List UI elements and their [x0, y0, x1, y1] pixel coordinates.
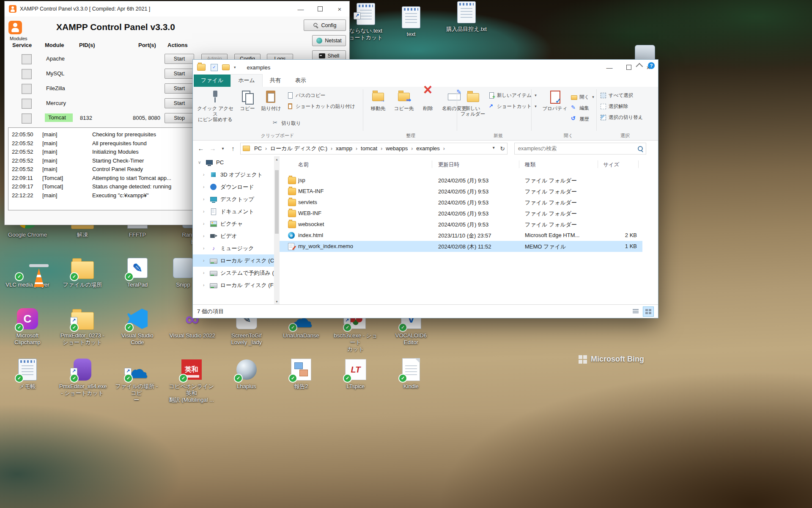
breadcrumb-segment[interactable]: tomcat — [359, 144, 379, 152]
copy-to-button[interactable]: ⇒ コピー先 — [392, 89, 416, 111]
desktop-icon-kounyuu-hikae[interactable]: 購入品目控え.txt — [443, 1, 490, 33]
desktop-icon-lhaplus[interactable]: ✓Lhaplus — [223, 358, 270, 390]
file-row[interactable]: jsp2024/02/05 (月) 9:53ファイル フォルダー — [280, 175, 642, 186]
select-none-button[interactable]: 選択解除 — [600, 103, 628, 110]
new-folder-button[interactable]: 新しい フォルダー — [459, 89, 486, 117]
breadcrumb-segment[interactable]: xampp — [334, 144, 354, 152]
help-icon[interactable]: ? — [648, 62, 655, 69]
nav-item[interactable]: ∨PC — [193, 156, 280, 168]
forward-button[interactable]: → — [208, 145, 217, 152]
qat-dropdown-icon[interactable]: ▾ — [234, 65, 236, 69]
open-button[interactable]: 開く ▾ — [571, 94, 594, 100]
mysql-action-button[interactable]: Start — [165, 69, 194, 79]
desktop-icon-microsoft-clipchamp[interactable]: C✓MicrosoftClipchamp — [4, 307, 51, 346]
qat-properties-icon[interactable]: ✓ — [211, 64, 218, 71]
desktop-icon-kindle[interactable]: ✓Kindle — [388, 358, 434, 390]
nav-item[interactable]: ›ピクチャ — [193, 218, 280, 230]
nav-item[interactable]: ›♪ミュージック — [193, 242, 280, 254]
desktop-icon-memo-chou[interactable]: ✓メモ帳 — [4, 358, 51, 390]
expand-chevron-icon[interactable]: › — [203, 283, 204, 287]
config-button[interactable]: Config — [304, 19, 346, 31]
nav-item[interactable]: ›ビデオ — [193, 230, 280, 242]
search-input[interactable] — [517, 145, 637, 152]
expand-chevron-icon[interactable]: › — [203, 197, 204, 202]
netstat-button[interactable]: Netstat — [312, 35, 346, 46]
copy-button[interactable]: コピー — [236, 89, 259, 111]
recent-locations-icon[interactable]: ▾ — [220, 146, 226, 151]
refresh-icon[interactable]: ↻ — [500, 145, 505, 152]
desktop-icon-ltspice[interactable]: LT✓LTspice — [332, 358, 379, 390]
ribbon-tab[interactable]: ファイル — [194, 75, 230, 87]
service-checkbox[interactable] — [22, 69, 32, 79]
breadcrumb-segment[interactable]: webapps — [384, 144, 410, 152]
cut-button[interactable]: 切り取り — [272, 120, 301, 127]
nav-item[interactable]: ›ドキュメント — [193, 205, 280, 218]
xampp-titlebar[interactable]: XAMPP Control Panel v3.3.0 [ Compiled: A… — [5, 1, 349, 17]
details-view-button[interactable] — [630, 306, 641, 317]
desktop-icon-pmxeditor-x64[interactable]: ↗✓PmxEditor_x64.exe- ショートカット — [59, 358, 106, 397]
service-checkbox[interactable] — [22, 54, 32, 64]
ribbon-tab[interactable]: ホーム — [230, 74, 263, 87]
search-box[interactable] — [514, 143, 646, 155]
file-row[interactable]: servlets2024/02/05 (月) 9:53ファイル フォルダー — [280, 197, 642, 208]
xampp-close-button[interactable]: × — [330, 1, 349, 17]
xampp-minimize-button[interactable]: — — [291, 1, 310, 17]
column-header-name[interactable]: 名前 — [298, 161, 309, 168]
desktop-icon-terapad[interactable]: ✎✓TeraPad — [114, 257, 161, 288]
nav-item[interactable]: ›ローカル ディスク (C:) — [193, 254, 280, 267]
nav-item[interactable]: ›3D オブジェクト — [193, 168, 280, 181]
expand-chevron-icon[interactable]: › — [203, 221, 204, 226]
column-header-date[interactable]: 更新日時 — [438, 161, 459, 168]
service-checkbox[interactable] — [22, 99, 32, 109]
tomcat-action-button[interactable]: Stop — [165, 113, 194, 123]
desktop-icon-houkoku2[interactable]: ✓報告2 — [278, 358, 324, 390]
desktop-icon-pmxeditor-0273[interactable]: ↗✓PmxEditor_0273 -ショートカット — [59, 307, 106, 346]
expand-chevron-icon[interactable]: › — [203, 185, 204, 189]
expand-chevron-icon[interactable]: › — [203, 234, 204, 238]
file-row[interactable]: my_work_index.memo2024/02/08 (木) 11:52ME… — [280, 241, 642, 252]
breadcrumb[interactable]: PC›ローカル ディスク (C:)›xampp›tomcat›webapps›e… — [240, 143, 508, 155]
column-header-size[interactable]: サイズ — [603, 161, 619, 168]
mercury-action-button[interactable]: Start — [165, 98, 194, 108]
file-row[interactable]: eindex.html2023/11/10 (金) 23:57Microsoft… — [280, 230, 642, 241]
scroll-up-icon[interactable]: ▲ — [275, 156, 278, 163]
qat-new-folder-icon[interactable] — [222, 64, 230, 70]
column-header-type[interactable]: 種類 — [525, 161, 535, 168]
expand-chevron-icon[interactable]: › — [203, 246, 204, 251]
delete-button[interactable]: 削除 — [417, 89, 439, 111]
move-to-button[interactable]: → 移動先 — [365, 89, 391, 111]
expand-chevron-icon[interactable]: › — [203, 258, 204, 263]
expand-chevron-icon[interactable]: › — [203, 172, 204, 177]
shortcut-button[interactable]: ショートカット ▾ — [488, 103, 537, 110]
nav-item[interactable]: ›デスクトップ — [193, 193, 280, 205]
filezilla-action-button[interactable]: Start — [165, 83, 194, 94]
breadcrumb-segment[interactable]: PC — [252, 144, 264, 152]
xampp-maximize-button[interactable] — [310, 1, 330, 17]
large-icons-view-button[interactable] — [643, 306, 654, 317]
edit-button[interactable]: 編集 — [571, 105, 589, 111]
scroll-down-icon[interactable]: ▼ — [275, 298, 278, 305]
ribbon-tab[interactable]: 表示 — [288, 75, 313, 87]
expand-chevron-icon[interactable]: › — [203, 271, 204, 275]
invert-selection-button[interactable]: 選択の切り替え — [600, 114, 643, 121]
back-button[interactable]: ← — [196, 145, 206, 152]
desktop-icon-copipe-eiwa[interactable]: 英和✓コピペオンライン英和翻訳 (Multilingal ... — [168, 358, 215, 403]
desktop-icon-visual-studio-code[interactable]: ✓Visual Studio Code — [114, 307, 161, 346]
nav-item[interactable]: ›↓ダウンロード — [193, 181, 280, 193]
scrollbar-thumb[interactable] — [275, 170, 279, 234]
desktop-icon-vlc-media-player[interactable]: ✓VLC media player — [4, 257, 51, 288]
file-row[interactable]: websocket2024/02/05 (月) 9:53ファイル フォルダー — [280, 219, 642, 230]
breadcrumb-segment[interactable]: examples — [414, 144, 442, 152]
file-row[interactable]: META-INF2024/02/05 (月) 9:53ファイル フォルダー — [280, 186, 642, 197]
apache-action-button[interactable]: Start — [165, 54, 194, 64]
desktop-icon-file-location-copy[interactable]: ☁↗✓ファイルの場所 - コピー — [113, 358, 160, 403]
breadcrumb-segment[interactable]: ローカル ディスク (C:) — [268, 144, 329, 153]
pin-to-quick-access-button[interactable]: クイック アクセス にピン留めする — [196, 89, 234, 122]
explorer-maximize-button[interactable] — [619, 60, 639, 75]
explorer-minimize-button[interactable]: — — [600, 60, 619, 75]
nav-scrollbar[interactable]: ▲ ▼ — [274, 156, 280, 305]
ribbon-tab[interactable]: 共有 — [263, 75, 288, 87]
service-checkbox[interactable] — [22, 113, 32, 124]
address-dropdown-icon[interactable]: ▾ — [491, 145, 497, 152]
paste-shortcut-button[interactable]: ショートカットの貼り付け — [287, 103, 355, 110]
